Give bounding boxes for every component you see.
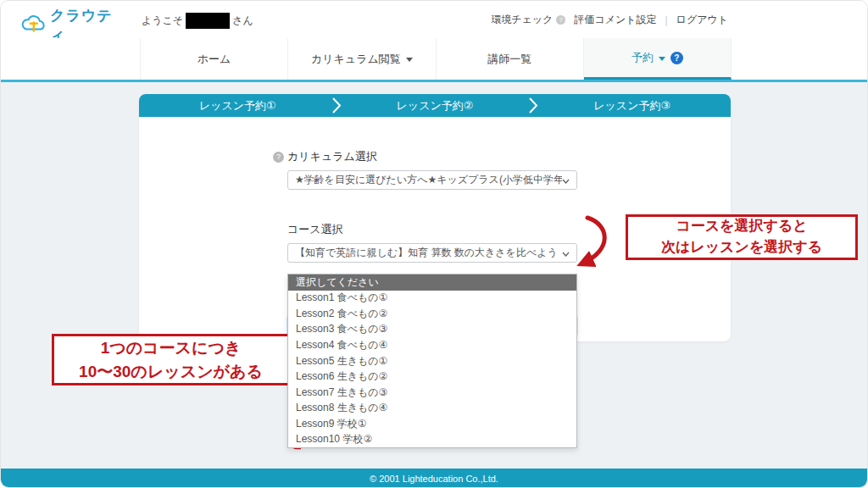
main-content: レッスン予約① レッスン予約② レッスン予約③ ? カリキュラム選択 ★学齢を目…	[1, 82, 867, 469]
chevron-down-icon	[659, 57, 665, 61]
dropdown-option[interactable]: Lesson7 生きもの③	[288, 385, 576, 401]
dropdown-option[interactable]: Lesson5 生きもの①	[288, 353, 576, 369]
logout-link[interactable]: ログアウト	[676, 13, 728, 27]
reservation-stepper: レッスン予約① レッスン予約② レッスン予約③	[139, 94, 731, 117]
dropdown-option[interactable]: Lesson10 学校②	[288, 431, 576, 447]
rating-settings-link[interactable]: 評価コメント設定	[574, 13, 656, 27]
env-check-link[interactable]: 環境チェック ?	[491, 13, 565, 27]
main-nav: ホーム カリキュラム閲覧 講師一覧 予約 ?	[1, 38, 867, 80]
redacted-username	[186, 13, 230, 29]
annotation-box-course-to-lesson: コースを選択すると 次はレッスンを選択する	[626, 214, 858, 260]
curriculum-label: ? カリキュラム選択	[287, 149, 577, 164]
tab-reservation[interactable]: 予約 ?	[584, 38, 732, 80]
dropdown-option[interactable]: Lesson6 生きもの②	[288, 369, 576, 385]
dropdown-option[interactable]: 選択してください	[288, 274, 576, 291]
tab-curriculum[interactable]: カリキュラム閲覧	[288, 38, 436, 80]
tab-home[interactable]: ホーム	[141, 38, 288, 80]
chevron-down-icon	[406, 58, 413, 62]
dropdown-option[interactable]: Lesson1 食べもの①	[288, 291, 576, 307]
select-chevron-icon	[562, 175, 570, 186]
footer: © 2001 Lighteducation Co.,Ltd.	[1, 469, 867, 488]
cloud-logo-icon	[21, 13, 47, 38]
step-1: レッスン予約①	[139, 94, 337, 117]
dropdown-option[interactable]: Lesson8 生きもの④	[288, 400, 576, 416]
copyright-text: © 2001 Lighteducation Co.,Ltd.	[370, 474, 498, 484]
reservation-help-icon[interactable]: ?	[670, 52, 683, 64]
curriculum-help-icon[interactable]: ?	[273, 152, 284, 163]
step-chevron-icon	[331, 97, 342, 118]
welcome-suffix: さん	[232, 14, 253, 28]
step-2: レッスン予約②	[337, 94, 534, 117]
curriculum-select[interactable]: ★学齢を目安に選びたい方へ★キッズプラス(小学低中学年レベル)	[287, 170, 577, 190]
link-divider: |	[665, 14, 667, 26]
welcome-message: ようこそ さん	[142, 13, 253, 29]
lesson-dropdown-list: 選択してください Lesson1 食べもの① Lesson2 食べもの② Les…	[287, 274, 577, 448]
dropdown-option[interactable]: Lesson4 食べもの④	[288, 337, 576, 353]
step-3: レッスン予約③	[533, 94, 731, 117]
course-label: コース選択	[287, 222, 577, 237]
dropdown-option[interactable]: Lesson2 食べもの②	[288, 306, 576, 322]
app-window: クラウティ E n g l i s h ようこそ さん 環境チェック ? 評価コ…	[0, 0, 868, 488]
env-check-help-icon[interactable]: ?	[556, 15, 565, 25]
annotation-box-lesson-count: 1つのコースにつき 10〜30のレッスンがある	[52, 334, 290, 385]
tab-teachers[interactable]: 講師一覧	[437, 38, 584, 80]
header: クラウティ E n g l i s h ようこそ さん 環境チェック ? 評価コ…	[1, 1, 867, 38]
step-chevron-icon	[528, 97, 538, 118]
welcome-prefix: ようこそ	[142, 14, 183, 28]
dropdown-option[interactable]: Lesson9 学校①	[288, 416, 576, 432]
dropdown-option[interactable]: Lesson3 食べもの③	[288, 322, 576, 338]
course-select[interactable]: 【知育で英語に親しむ】知育 算数 数の大きさを比べよう	[287, 243, 577, 263]
header-links: 環境チェック ? 評価コメント設定 | ログアウト	[491, 13, 728, 27]
